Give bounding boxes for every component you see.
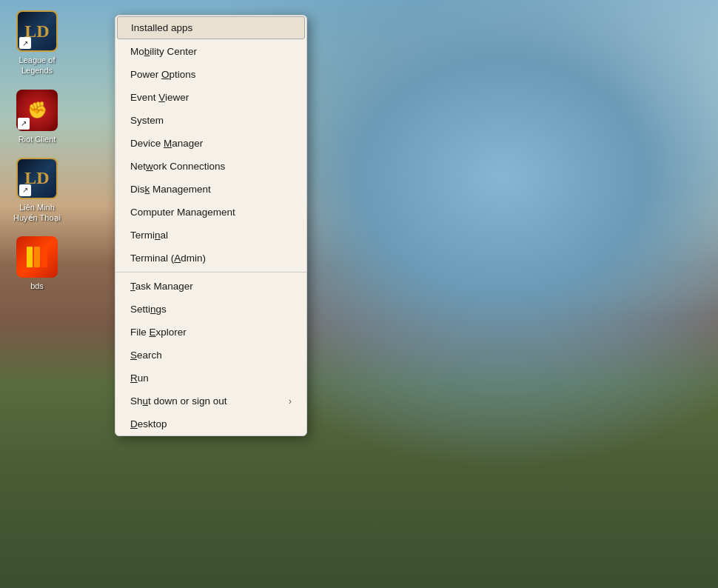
- riot-client-label: Riot Client: [19, 134, 56, 144]
- menu-item-installed-apps[interactable]: Installed apps: [117, 16, 305, 39]
- menu-item-device-manager[interactable]: Device Manager: [115, 132, 306, 155]
- menu-item-search-label: Search: [130, 350, 162, 361]
- desktop: LD ↗ League of Legends ✊ ↗ Riot Client L…: [0, 0, 718, 588]
- menu-item-terminal-admin-label: Terminal (Admin): [130, 253, 206, 264]
- shut-down-arrow-icon: ›: [289, 396, 292, 407]
- menu-item-search[interactable]: Search: [115, 344, 306, 367]
- menu-item-desktop-label: Desktop: [130, 418, 167, 430]
- menu-item-mobility-center-label: Mobility Center: [130, 46, 197, 57]
- menu-item-event-viewer[interactable]: Event Viewer: [115, 86, 306, 109]
- menu-item-file-explorer-label: File Explorer: [130, 327, 187, 338]
- menu-item-shut-down-label: Shut down or sign out: [130, 395, 227, 407]
- menu-item-mobility-center[interactable]: Mobility Center: [115, 40, 306, 63]
- menu-item-power-options-label: Power Options: [130, 69, 196, 80]
- context-menu: Installed apps Mobility Center Power Opt…: [115, 15, 307, 436]
- lien-minh-label: Liên Minh Huyền Thoại: [10, 202, 64, 224]
- desktop-icons-container: LD ↗ League of Legends ✊ ↗ Riot Client L…: [0, 0, 74, 302]
- menu-item-task-manager[interactable]: Task Manager: [115, 275, 306, 298]
- menu-item-network-connections[interactable]: Network Connections: [115, 155, 306, 178]
- menu-item-terminal-admin[interactable]: Terminal (Admin): [115, 247, 306, 270]
- bds-stripe-2: [34, 247, 40, 267]
- menu-item-system-label: System: [130, 115, 164, 126]
- league-of-legends-label: League of Legends: [10, 55, 64, 76]
- menu-item-event-viewer-label: Event Viewer: [130, 92, 189, 103]
- riot-icon-fist: ✊: [27, 101, 47, 120]
- desktop-icon-lien-minh[interactable]: LD ↗ Liên Minh Huyền Thoại: [7, 155, 67, 227]
- menu-item-terminal[interactable]: Terminal: [115, 224, 306, 247]
- bds-label: bds: [30, 281, 44, 291]
- desktop-icon-league-of-legends[interactable]: LD ↗ League of Legends: [7, 7, 67, 79]
- menu-item-device-manager-label: Device Manager: [130, 138, 203, 149]
- shortcut-arrow-lm: ↗: [19, 184, 31, 196]
- menu-item-power-options[interactable]: Power Options: [115, 63, 306, 86]
- bds-stripe-3: [41, 247, 47, 267]
- menu-item-installed-apps-label: Installed apps: [131, 22, 192, 33]
- menu-item-shut-down[interactable]: Shut down or sign out ›: [115, 390, 306, 412]
- desktop-icon-bds[interactable]: bds: [7, 233, 67, 294]
- menu-item-file-explorer[interactable]: File Explorer: [115, 321, 306, 344]
- wallpaper: [0, 0, 718, 588]
- menu-item-system[interactable]: System: [115, 109, 306, 132]
- shortcut-arrow-lol: ↗: [19, 37, 31, 49]
- menu-item-network-connections-label: Network Connections: [130, 161, 225, 172]
- menu-separator-1: [115, 272, 306, 273]
- lien-minh-icon-image: LD ↗: [16, 158, 58, 199]
- menu-item-settings-label: Settings: [130, 304, 167, 315]
- desktop-icon-riot-client[interactable]: ✊ ↗ Riot Client: [7, 87, 67, 147]
- bds-icon-image: [16, 236, 58, 278]
- menu-item-disk-management[interactable]: Disk Management: [115, 178, 306, 201]
- menu-item-run-label: Run: [130, 372, 149, 384]
- riot-client-icon-image: ✊ ↗: [16, 90, 58, 131]
- menu-item-terminal-label: Terminal: [130, 230, 168, 241]
- menu-item-computer-management-label: Computer Management: [130, 207, 235, 218]
- menu-item-task-manager-label: Task Manager: [130, 281, 193, 292]
- menu-item-computer-management[interactable]: Computer Management: [115, 201, 306, 224]
- menu-item-run[interactable]: Run: [115, 367, 306, 390]
- menu-item-desktop[interactable]: Desktop: [115, 412, 306, 435]
- league-of-legends-icon-image: LD ↗: [16, 10, 58, 52]
- shortcut-arrow-riot: ↗: [18, 118, 30, 130]
- bds-stripes: [27, 247, 47, 267]
- menu-item-disk-management-label: Disk Management: [130, 184, 211, 195]
- menu-item-settings[interactable]: Settings: [115, 298, 306, 321]
- bds-stripe-1: [27, 247, 33, 267]
